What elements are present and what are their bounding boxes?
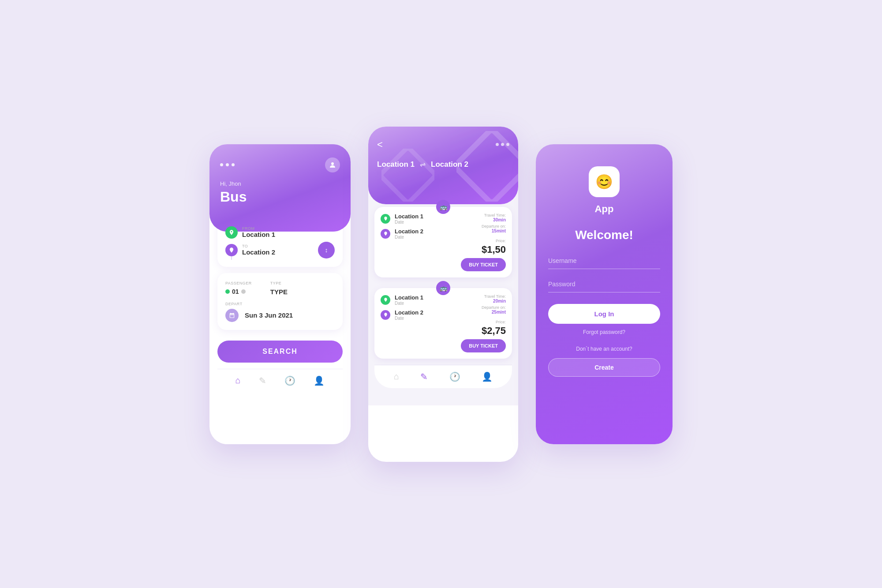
to-value: Location 2 <box>242 248 275 256</box>
ticket-1-info: Travel Time: 30min Departure on: 15mint … <box>461 213 506 271</box>
ticket-2-route: Location 1 Date Location 2 Date <box>381 294 423 321</box>
screen-bus-search: Hi, Jhon Bus FROM Location 1 <box>209 144 351 444</box>
location-card: FROM Location 1 TO Location 2 ↕ <box>217 216 343 267</box>
search-body: FROM Location 1 TO Location 2 ↕ <box>209 216 351 399</box>
app-name: App <box>595 203 614 215</box>
depart-row: Sun 3 Jun 2021 <box>225 309 335 322</box>
passenger-type-row: PASSENGER 01 TYPE TYPE <box>225 281 335 296</box>
ticket-2-loc2: Location 2 Date <box>395 309 423 321</box>
no-account-text: Don´t have an account? <box>548 346 660 352</box>
ticket-2-info: Travel Time: 20min Departure on: 25mint … <box>461 294 506 352</box>
depart-date: Sun 3 Jun 2021 <box>245 311 293 319</box>
svg-rect-2 <box>456 131 518 202</box>
buy-ticket-btn-1[interactable]: BUY TICKET <box>461 258 506 271</box>
nav-clock-icon[interactable]: 🕐 <box>284 375 295 386</box>
nav-user-icon[interactable]: 👤 <box>314 375 325 386</box>
ticket-1-loc2: Location 2 Date <box>395 228 423 240</box>
depart-section: DEPART Sun 3 Jun 2021 <box>225 302 335 322</box>
svg-point-0 <box>331 162 334 165</box>
type-section: TYPE TYPE <box>270 281 288 296</box>
ticket-1-locs: Location 1 Date Location 2 Date <box>395 213 423 240</box>
from-row: FROM Location 1 <box>225 224 335 241</box>
username-input[interactable] <box>548 253 660 269</box>
depart-icon <box>225 309 239 322</box>
ticket-1-to-icon <box>381 229 390 239</box>
page-title: Bus <box>220 189 340 205</box>
bus-icon-2: 🚌 <box>436 281 450 295</box>
map-header: < Location 1 ⇌ Location 2 <box>368 127 518 204</box>
svg-rect-3 <box>381 149 434 202</box>
ticket-2-to-icon <box>381 310 390 320</box>
bottom-nav-2: ⌂ ✎ 🕐 👤 <box>374 365 512 388</box>
forgot-password-link[interactable]: Forgot password? <box>548 329 660 335</box>
to-row: TO Location 2 ↕ <box>225 241 335 259</box>
ticket-card-1: 🚌 Location 1 <box>374 207 512 277</box>
passenger-count: 01 <box>232 288 239 295</box>
menu-dots[interactable] <box>220 163 235 166</box>
top-bar <box>220 157 340 172</box>
pdot-gray <box>241 289 246 294</box>
header: Hi, Jhon Bus <box>209 144 351 232</box>
type-value: TYPE <box>270 288 288 296</box>
app-logo-section: 😊 App <box>536 144 673 219</box>
ticket-2-locs: Location 1 Date Location 2 Date <box>395 294 423 321</box>
search-button[interactable]: SEARCH <box>217 341 343 363</box>
to-info: TO Location 2 <box>242 244 275 256</box>
screen-login: 😊 App Welcome! Log In Forgot password? D… <box>536 144 673 444</box>
welcome-text: Welcome! <box>548 228 660 242</box>
ticket-2-icons <box>381 294 390 320</box>
from-info: FROM Location 1 <box>242 226 275 238</box>
pdot-green <box>225 289 230 294</box>
swap-button[interactable]: ↕ <box>318 242 335 258</box>
login-button[interactable]: Log In <box>548 304 660 324</box>
from-label: FROM <box>242 226 275 231</box>
nav-home-icon[interactable]: ⌂ <box>235 375 241 386</box>
passenger-count-row: 01 <box>225 288 252 295</box>
depart-label: DEPART <box>225 302 335 306</box>
bottom-nav: ⌂ ✎ 🕐 👤 <box>217 369 343 392</box>
nav2-edit-icon[interactable]: ✎ <box>420 371 428 382</box>
screens-container: Hi, Jhon Bus FROM Location 1 <box>88 127 794 462</box>
to-label: TO <box>242 244 275 248</box>
passenger-label: PASSENGER <box>225 281 252 285</box>
nav2-home-icon[interactable]: ⌂ <box>394 371 399 382</box>
ticket-1-route: Location 1 Date Location 2 Date <box>381 213 423 240</box>
nav2-user-icon[interactable]: 👤 <box>482 371 493 382</box>
ticket-1-loc1: Location 1 Date <box>395 213 423 225</box>
ticket-2-loc1: Location 1 Date <box>395 294 423 306</box>
results-body: 🚌 Location 1 <box>368 185 518 405</box>
login-section: Welcome! Log In Forgot password? Don´t h… <box>536 219 673 386</box>
ticket-1-icons <box>381 213 390 239</box>
diamond-decor-1 <box>456 131 518 202</box>
nav-edit-icon[interactable]: ✎ <box>259 375 266 386</box>
ticket-2-from-icon <box>381 295 390 305</box>
bus-icon-1: 🚌 <box>436 200 450 214</box>
password-input[interactable] <box>548 276 660 292</box>
to-icon <box>225 244 238 256</box>
from-icon <box>225 226 238 239</box>
greeting-text: Hi, Jhon <box>220 180 340 187</box>
ticket-card-2: 🚌 Location 1 <box>374 288 512 359</box>
ticket-1-from-icon <box>381 214 390 224</box>
from-value: Location 1 <box>242 231 275 238</box>
diamond-decor-2 <box>381 149 434 202</box>
trip-details-card: PASSENGER 01 TYPE TYPE DEPART <box>217 273 343 330</box>
avatar-icon[interactable] <box>325 157 340 172</box>
type-label: TYPE <box>270 281 288 285</box>
app-logo-icon: 😊 <box>589 166 620 197</box>
create-account-button[interactable]: Create <box>548 358 660 377</box>
buy-ticket-btn-2[interactable]: BUY TICKET <box>461 339 506 352</box>
nav2-clock-icon[interactable]: 🕐 <box>449 371 460 382</box>
screen-ticket-results: < Location 1 ⇌ Location 2 🚌 <box>368 127 518 462</box>
passenger-section: PASSENGER 01 <box>225 281 252 295</box>
